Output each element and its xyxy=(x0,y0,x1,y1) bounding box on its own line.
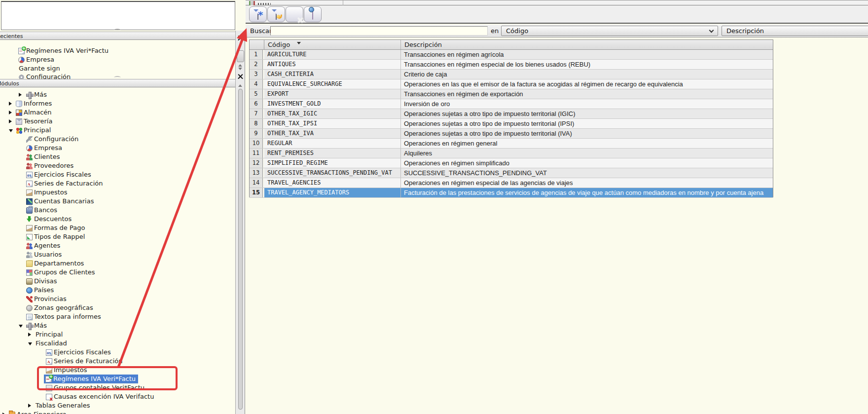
tree-item-impuestos[interactable]: Impuestos xyxy=(0,366,235,375)
tree-item-clientes[interactable]: Clientes xyxy=(0,152,235,161)
tree-item-causas-excenci-n-iva-verifactu[interactable]: Causas excención IVA Verifactu xyxy=(0,392,235,401)
scroll-down-icon[interactable] xyxy=(238,68,242,72)
codigo-cell[interactable]: OTHER_TAX_IVA xyxy=(264,129,401,138)
tree-item-area-financiera[interactable]: Area Financiera xyxy=(0,410,235,414)
codigo-column-header[interactable]: Código xyxy=(264,40,401,49)
codigo-cell[interactable]: EXPORT xyxy=(264,89,401,99)
tree-item-principal[interactable]: Principal xyxy=(0,330,235,339)
tree-item-agentes[interactable]: Agentes xyxy=(0,241,235,250)
scroll-up-icon[interactable] xyxy=(238,62,242,67)
tree-item-departamentos[interactable]: Departamentos xyxy=(0,259,235,268)
table-row[interactable]: 10REGULAROperaciones en régimen general xyxy=(250,139,773,149)
tree-item-impuestos[interactable]: Impuestos xyxy=(0,188,235,197)
close-modulos-icon[interactable] xyxy=(238,74,243,79)
descripcion-cell[interactable]: SUCCESSIVE_TRANSACTIONS_PENDING_VAT xyxy=(401,168,773,178)
codigo-cell[interactable]: OTHER_TAX_IGIC xyxy=(264,109,401,118)
table-row[interactable]: 2ANTIQUESTransacciones en régimen especi… xyxy=(250,60,773,70)
new-record-button[interactable]: * xyxy=(249,6,267,22)
descripcion-cell[interactable]: Transacciones en régimen agrícola xyxy=(401,50,773,59)
recent-item[interactable]: Regímenes IVA Veri*Factu xyxy=(0,46,235,55)
search-order-select[interactable]: Descripción xyxy=(722,26,868,36)
tree-scrollbar-thumb[interactable] xyxy=(238,89,243,410)
codigo-cell[interactable]: EQUIVALENCE_SURCHARGE xyxy=(264,79,401,89)
descripcion-cell[interactable]: Criterio de caja xyxy=(401,70,773,79)
codigo-cell[interactable]: SIMPLIFIED_REGIME xyxy=(264,158,401,168)
chevron-down-icon[interactable] xyxy=(28,342,32,347)
tree-item-formas-de-pago[interactable]: Formas de Pago xyxy=(0,224,235,232)
tree-item-cuentas-bancarias[interactable]: Cuentas Bancarias xyxy=(0,197,235,206)
descripcion-cell[interactable]: Operaciones sujetas a otro tipo de impue… xyxy=(401,109,773,118)
recientes-panel-header[interactable]: Recientes xyxy=(0,32,235,40)
tree-item-descuentos[interactable]: Descuentos xyxy=(0,215,235,224)
search-input[interactable] xyxy=(270,26,488,36)
table-row[interactable]: 1AGRICULTURETransacciones en régimen agr… xyxy=(250,50,773,60)
table-row[interactable]: 14TRAVEL_AGENCIESOperaciones en régimen … xyxy=(250,178,773,188)
tree-item-configuraci-n[interactable]: Configuración xyxy=(0,135,235,144)
table-row[interactable]: 4EQUIVALENCE_SURCHARGEOperaciones en las… xyxy=(250,79,773,89)
tree-item-textos-para-informes[interactable]: Textos para informes xyxy=(0,312,235,321)
modify-record-button[interactable] xyxy=(267,6,285,22)
chevron-right-icon[interactable] xyxy=(28,333,33,337)
recent-item[interactable]: Garante sign xyxy=(0,64,235,73)
chevron-right-icon[interactable] xyxy=(9,119,14,123)
table-row[interactable]: 8OTHER_TAX_IPSIOperaciones sujetas a otr… xyxy=(250,119,773,129)
tree-item-tipos-de-rappel[interactable]: Tipos de Rappel xyxy=(0,232,235,241)
chevron-right-icon[interactable] xyxy=(9,102,14,106)
tree-item-proveedores[interactable]: Proveedores xyxy=(0,161,235,170)
modulos-panel-header[interactable]: Módulos xyxy=(0,79,235,87)
tree-item-provincias[interactable]: Provincias xyxy=(0,295,235,303)
tree-item-tesorer-a[interactable]: Tesorería xyxy=(0,117,235,126)
codigo-cell[interactable]: OTHER_TAX_IPSI xyxy=(264,119,401,128)
codigo-cell[interactable]: RENT_PREMISES xyxy=(264,149,401,158)
table-row[interactable]: 5EXPORTTransacciones en régimen de expor… xyxy=(250,89,773,99)
tree-item-m-s[interactable]: Más xyxy=(0,90,235,99)
tree-item-tablas-generales[interactable]: Tablas Generales xyxy=(0,401,235,410)
chevron-down-icon[interactable] xyxy=(19,325,23,330)
table-row[interactable]: 9OTHER_TAX_IVAOperaciones sujetas a otro… xyxy=(250,129,773,139)
tree-item-series-de-facturaci-n[interactable]: Series de Facturación xyxy=(0,357,235,366)
descripcion-cell[interactable]: Transacciones en régimen de exportación xyxy=(401,89,773,99)
descripcion-column-header[interactable]: Descripción xyxy=(401,40,773,49)
tree-item-zonas-geogr-ficas[interactable]: Zonas geográficas xyxy=(0,303,235,312)
tree-item-ejercicios-fiscales[interactable]: Ejercicios Fiscales xyxy=(0,170,235,179)
tree-item-divisas[interactable]: Divisas xyxy=(0,277,235,286)
chevron-right-icon[interactable] xyxy=(28,404,33,408)
close-recientes-icon[interactable] xyxy=(238,36,243,41)
table-row[interactable]: 6INVESTMENT_GOLDInversión de oro xyxy=(250,99,773,109)
table-row[interactable]: 13SUCCESSIVE_TRANSACTIONS_PENDING_VATSUC… xyxy=(250,168,773,178)
recent-item[interactable]: Empresa xyxy=(0,55,235,64)
descripcion-cell[interactable]: Operaciones en régimen especial de las a… xyxy=(401,178,773,188)
recientes-scrollbar-thumb[interactable] xyxy=(237,50,244,62)
tree-item-informes[interactable]: Informes xyxy=(0,99,235,108)
codigo-cell[interactable]: REGULAR xyxy=(264,139,401,148)
tree-item-series-de-facturaci-n[interactable]: Series de Facturación xyxy=(0,179,235,188)
tree-scroll-up-icon[interactable] xyxy=(238,82,242,87)
table-row[interactable]: 15TRAVEL_AGENCY_MEDIATORSFacturación de … xyxy=(250,188,773,198)
tree-item-almac-n[interactable]: Almacén xyxy=(0,108,235,117)
chevron-right-icon[interactable] xyxy=(19,93,24,97)
delete-record-button[interactable] xyxy=(286,6,303,22)
codigo-cell[interactable]: TRAVEL_AGENCIES xyxy=(264,178,401,188)
tree-item-fiscalidad[interactable]: Fiscalidad xyxy=(0,339,235,348)
collapse-grip-icon[interactable] xyxy=(114,29,121,32)
descripcion-cell[interactable]: Operaciones en régimen general xyxy=(401,139,773,148)
tree-item-usuarios[interactable]: Usuarios xyxy=(0,250,235,259)
table-row[interactable]: 12SIMPLIFIED_REGIMEOperaciones en régime… xyxy=(250,158,773,168)
tree-item-m-s[interactable]: Más xyxy=(0,321,235,330)
descripcion-cell[interactable]: Alquileres xyxy=(401,149,773,158)
table-row[interactable]: 3CASH_CRITERIACriterio de caja xyxy=(250,70,773,79)
tree-item-reg-menes-iva-veri-factu[interactable]: Regímenes IVA Veri*Factu xyxy=(0,375,235,383)
table-row[interactable]: 7OTHER_TAX_IGICOperaciones sujetas a otr… xyxy=(250,109,773,119)
descripcion-cell[interactable]: Operaciones sujetas a otro tipo de impue… xyxy=(401,119,773,128)
descripcion-cell[interactable]: Facturación de las prestaciones de servi… xyxy=(401,188,773,197)
descripcion-cell[interactable]: Inversión de oro xyxy=(401,99,773,109)
tree-item-principal[interactable]: Principal xyxy=(0,126,235,135)
codigo-cell[interactable]: TRAVEL_AGENCY_MEDIATORS xyxy=(264,188,401,197)
table-row[interactable]: 11RENT_PREMISESAlquileres xyxy=(250,149,773,158)
descripcion-cell[interactable]: Operaciones en régimen simplificado xyxy=(401,158,773,168)
tree-item-grupos-contables-veri-factu[interactable]: Grupos contables Veri*Factu xyxy=(0,383,235,392)
chevron-down-icon[interactable] xyxy=(9,129,13,134)
print-send-button[interactable] xyxy=(304,6,322,22)
codigo-cell[interactable]: INVESTMENT_GOLD xyxy=(264,99,401,109)
codigo-cell[interactable]: CASH_CRITERIA xyxy=(264,70,401,79)
